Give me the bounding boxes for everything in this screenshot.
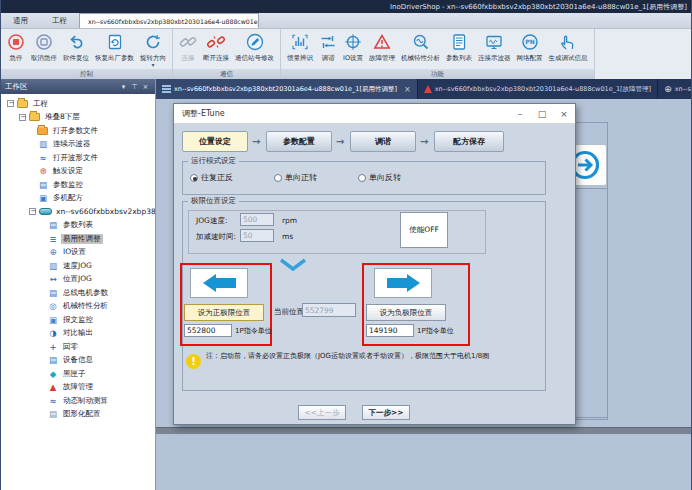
dialog-title: 调整-ETune	[174, 108, 509, 119]
doc-tab-fault-manage[interactable]: xn--sv660fxbbxbsv2xbp380xbt20301a6e4-u88…	[418, 79, 658, 99]
toolbar-gen-debug-info[interactable]: 生成调试信息	[546, 31, 591, 63]
toolbar-station-edit[interactable]: 通信站号修改	[232, 31, 277, 63]
next-step-button[interactable]: 下一步>>	[362, 405, 410, 420]
tree-item-bus-motor-params[interactable]: 总线电机参数	[1, 286, 155, 300]
ribbon-tab-row: 通用 工程 xn--sv660fxbbxbsv2xbp380xbt20301a6…	[1, 13, 692, 29]
jog-left-button[interactable]	[190, 268, 248, 298]
toolbar-io-config[interactable]: IO设置	[340, 31, 366, 63]
ribbon-tab-device[interactable]: xn--sv660fxbbxbsv2xbp380xbt20301a6e4-u88…	[79, 13, 259, 28]
fault-warning-icon	[424, 85, 432, 93]
tree-item-position-jog[interactable]: 位置JOG	[1, 273, 155, 287]
step-arrow-icon: →	[252, 136, 260, 147]
tree-item-continuous-scope[interactable]: 连续示波器	[1, 138, 155, 152]
project-tree: 工程 堆叠8下层 打开参数文件 连续示波器 打开波形文件 触发设定 参数监控 多…	[1, 94, 155, 490]
panel-collapse-icon[interactable]: ▾	[118, 83, 129, 91]
toolbar-cancel-emergency-stop[interactable]: 取消急停	[28, 31, 60, 63]
io-crosshair-icon	[344, 31, 362, 53]
bus-motor-params-icon	[47, 288, 59, 298]
disconnect-link-icon	[207, 31, 225, 53]
ribbon-group-label: 功能	[281, 69, 594, 79]
toolbar-scope-connect[interactable]: 连接示波器	[475, 31, 514, 63]
step-position-setting[interactable]: 位置设定	[182, 131, 248, 152]
toolbar-rotate-direction[interactable]: 旋转方向 ▾	[137, 31, 169, 67]
tree-expander[interactable]	[7, 100, 14, 107]
doc-tab-io[interactable]: ⊕ xn--sv660fxbbxbsv2xb	[658, 79, 692, 99]
tree-item-mech-analysis[interactable]: 机械特性分析	[1, 300, 155, 314]
tree-expander[interactable]	[19, 114, 26, 121]
limit-note: 注：启动前，请务必设置正负极限（JOG运动设置或者手动设置），极限范围大于电机1…	[206, 351, 494, 362]
minimize-icon[interactable]: –	[509, 109, 531, 119]
run-mode-group-label: 运行模式设定	[188, 156, 239, 166]
panel-close-icon[interactable]: ×	[140, 83, 151, 91]
step-param-config[interactable]: 参数配置	[266, 131, 332, 152]
ribbon-tab-project[interactable]: 工程	[40, 13, 79, 28]
toolbar-fault-manage[interactable]: 故障管理	[366, 31, 398, 63]
jog-right-button[interactable]	[374, 268, 432, 298]
radio-reverse-only[interactable]: 单向反转	[358, 172, 401, 183]
tree-item-compare-output[interactable]: 对比输出	[1, 327, 155, 341]
positive-limit-input[interactable]	[184, 324, 232, 337]
tree-item-device[interactable]: xn--sv660fxbbxbsv2xbp380:	[1, 205, 155, 219]
servo-enable-button[interactable]: 使能OFF	[400, 212, 448, 248]
tree-item-stack[interactable]: 堆叠8下层	[1, 111, 155, 125]
jog-speed-input	[240, 213, 274, 226]
toolbar-mech-analysis[interactable]: 机械特性分析	[398, 31, 443, 63]
tree-item-trigger-setting[interactable]: 触发设定	[1, 165, 155, 179]
mech-analysis-magnifier-icon	[412, 31, 430, 53]
station-edit-pencil-icon	[246, 31, 264, 53]
homing-icon	[47, 342, 59, 352]
window-titlebar: InoDriverShop - xn--sv660fxbbxbsv2xbp380…	[1, 0, 692, 13]
toolbar-param-list[interactable]: 参数列表	[443, 31, 475, 63]
tree-item-fault-manage[interactable]: 故障管理	[1, 381, 155, 395]
tree-item-open-param-file[interactable]: 打开参数文件	[1, 124, 155, 138]
tree-item-dynamic-brake[interactable]: 动态制动测算	[1, 394, 155, 408]
dropdown-caret-icon[interactable]: ▾	[151, 63, 154, 67]
tab-close-icon[interactable]: ×	[404, 85, 411, 94]
close-icon[interactable]: ×	[553, 109, 575, 119]
doc-tab-ease-tuning[interactable]: xn--sv660fxbbxbsv2xbp380xbt20301a6e4-u88…	[156, 79, 418, 99]
tree-item-message-monitor[interactable]: 报文监控	[1, 313, 155, 327]
step-tuning[interactable]: 调谐	[350, 131, 416, 152]
set-negative-limit-button[interactable]: 设为负极限位置	[366, 304, 446, 321]
tree-item-io-setting[interactable]: IO设置	[1, 246, 155, 260]
set-positive-limit-button[interactable]: 设为正极限位置	[184, 304, 264, 321]
toolbar-software-reset[interactable]: 软件复位	[60, 31, 92, 63]
tree-expander[interactable]	[29, 208, 36, 215]
current-position-input	[302, 303, 356, 317]
debug-info-hand-icon	[559, 31, 577, 53]
tree-item-open-waveform-file[interactable]: 打开波形文件	[1, 151, 155, 165]
radio-roundtrip[interactable]: 往复正反	[190, 172, 233, 183]
prev-step-button[interactable]: <<上一步	[298, 405, 346, 420]
tree-item-speed-jog[interactable]: 速度JOG	[1, 259, 155, 273]
tree-item-param-list[interactable]: 参数列表	[1, 219, 155, 233]
tree-item-blackbox[interactable]: 黑匣子	[1, 367, 155, 381]
ribbon-group-function: 惯量辨识 调谐 IO设置 故障管理 机械特性分析	[281, 29, 595, 79]
toolbar-tuning[interactable]: 调谐	[316, 31, 340, 63]
tree-item-device-info[interactable]: 设备信息	[1, 354, 155, 368]
tree-item-project[interactable]: 工程	[1, 97, 155, 111]
speed-jog-icon	[47, 261, 59, 271]
radio-forward-only[interactable]: 单向正转	[274, 172, 317, 183]
toolbar-emergency-stop[interactable]: 急停	[4, 31, 28, 63]
panel-pin-icon[interactable]: ⊤	[129, 83, 140, 91]
radio-icon	[274, 174, 282, 182]
toolbar-inertia-identify[interactable]: 惯量辨识	[284, 31, 316, 63]
step-recipe-save[interactable]: 配方保存	[434, 131, 504, 152]
horizontal-splitter[interactable]	[156, 427, 692, 434]
tree-item-graphic-config[interactable]: 图形化配置	[1, 408, 155, 422]
maximize-icon[interactable]: □	[531, 109, 553, 119]
open-waveform-file-icon	[37, 153, 49, 163]
toolbar-disconnect[interactable]: 断开连接	[200, 31, 232, 63]
tree-item-homing[interactable]: 回零	[1, 340, 155, 354]
ribbon-tab-general[interactable]: 通用	[1, 13, 40, 28]
toolbar-network-config[interactable]: PN 网络配置	[514, 31, 546, 63]
chevron-down-icon	[278, 256, 308, 275]
tree-item-ease-tuning[interactable]: 易用性调整	[1, 232, 155, 246]
toolbar-connect[interactable]: 连接	[176, 31, 200, 63]
ribbon-group-label: 通信	[173, 69, 280, 79]
negative-limit-input[interactable]	[366, 324, 414, 337]
tree-item-param-monitor[interactable]: 参数监控	[1, 178, 155, 192]
toolbar-factory-reset[interactable]: 恢复出厂参数	[92, 31, 137, 63]
tree-item-multi-recipe[interactable]: 多机配方	[1, 192, 155, 206]
warning-icon: !	[186, 354, 201, 369]
